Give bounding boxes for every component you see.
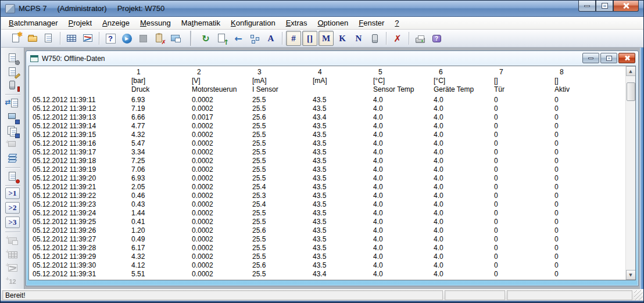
table-row[interactable]: 05.12.2012 11:39:173.340.000225.543.54.0… <box>31 148 625 157</box>
delete-button[interactable]: ✗ <box>390 31 405 46</box>
step-3-button[interactable]: >3 <box>5 217 20 228</box>
report-config-button[interactable] <box>5 51 20 65</box>
stop-measurement-button[interactable] <box>135 31 151 46</box>
open-project-button[interactable] <box>25 31 40 46</box>
font-button[interactable]: A <box>263 31 278 46</box>
value-cell: 0 <box>494 244 554 252</box>
add-table-button[interactable]: + <box>5 248 20 262</box>
table-row[interactable]: 05.12.2012 11:39:187.250.000225.543.54.0… <box>31 157 625 165</box>
toggle-n[interactable]: N <box>351 31 366 46</box>
menu-item-fenster[interactable]: Fenster <box>353 17 389 28</box>
table-row[interactable]: 05.12.2012 11:39:220.460.000225.343.54.0… <box>31 192 625 200</box>
child-title-bar[interactable]: W750: Offline-Daten <box>26 51 638 66</box>
menu-item-batchmanager[interactable]: Batchmanager <box>3 17 63 28</box>
minimize-button[interactable] <box>578 1 596 12</box>
save-to-pc-button[interactable] <box>5 110 20 124</box>
table-row[interactable]: 05.12.2012 11:39:116.930.000225.543.54.0… <box>31 96 625 104</box>
layers-button[interactable] <box>5 152 20 165</box>
table-row[interactable]: 05.12.2012 11:39:136.660.001725.643.44.0… <box>31 113 625 122</box>
table-row[interactable]: 05.12.2012 11:39:230.430.000225.443.54.0… <box>31 200 625 209</box>
export-image-sidebar-button[interactable]: + <box>5 234 20 248</box>
table-row[interactable]: 05.12.2012 11:39:261.200.000225.643.54.0… <box>31 226 625 235</box>
clipboard-error-button[interactable]: ✗ <box>152 31 167 46</box>
scroll-up-button[interactable]: ▲ <box>626 66 636 76</box>
print-button[interactable] <box>413 31 428 46</box>
add-device-button[interactable]: + <box>5 138 20 152</box>
menu-item-optionen[interactable]: Optionen <box>312 17 353 28</box>
value-cell: 0 <box>494 209 554 218</box>
value-cell: 5.51 <box>131 270 192 279</box>
menu-item-anzeige[interactable]: Anzeige <box>97 17 135 28</box>
new-table-button[interactable] <box>64 31 79 46</box>
toggle-k[interactable]: K <box>335 31 350 46</box>
table-row[interactable]: 05.12.2012 11:39:212.050.000225.443.54.0… <box>31 183 625 192</box>
scrollbar-thumb[interactable] <box>627 82 635 101</box>
table-row[interactable]: 05.12.2012 11:39:144.770.000225.543.54.0… <box>31 122 625 131</box>
step-2-button[interactable]: >2 <box>5 202 20 214</box>
info-help-button[interactable]: ? <box>429 31 444 46</box>
table-row[interactable]: 05.12.2012 11:39:206.930.000225.543.54.0… <box>31 174 625 183</box>
child-close-button[interactable] <box>618 53 635 63</box>
goto-button[interactable]: ← <box>231 31 246 46</box>
edit-document-button[interactable] <box>5 65 20 79</box>
export-image-button[interactable] <box>168 31 183 46</box>
header-spacer <box>31 85 131 94</box>
value-cell: 43.5 <box>313 122 373 131</box>
scroll-down-icon: ▼ <box>629 273 632 277</box>
report-button[interactable] <box>41 31 56 46</box>
child-minimize-button[interactable] <box>582 53 599 63</box>
table-row[interactable]: 05.12.2012 11:39:294.320.000225.543.54.0… <box>31 252 625 261</box>
menu-item-konfiguration[interactable]: Konfiguration <box>226 17 281 28</box>
table-header-row-number: 12345678 <box>31 68 625 77</box>
import-data-button[interactable]: ↑ <box>214 31 230 46</box>
table-row[interactable]: 05.12.2012 11:39:304.120.000225.643.54.0… <box>31 261 625 270</box>
refresh-button[interactable]: ↻ <box>198 31 213 46</box>
value-cell: 0.0002 <box>192 244 252 252</box>
table-row[interactable]: 05.12.2012 11:39:241.440.000225.543.54.0… <box>31 209 625 218</box>
table-row[interactable]: 05.12.2012 11:39:154.320.000225.543.54.0… <box>31 131 625 139</box>
help-button[interactable]: ? <box>103 31 118 46</box>
add-numeric-button[interactable]: 12+ <box>5 275 20 289</box>
toggle-number[interactable]: # <box>286 31 301 46</box>
add-chart-button[interactable]: + <box>5 261 20 275</box>
table-row[interactable]: 05.12.2012 11:39:315.510.000225.543.44.0… <box>31 270 625 279</box>
transfer-list-button[interactable]: ⇄ <box>5 96 20 110</box>
device-button[interactable] <box>367 31 382 46</box>
menu-item-projekt[interactable]: Projekt <box>63 17 97 28</box>
resize-grip[interactable] <box>634 290 643 300</box>
table-row[interactable]: 05.12.2012 11:39:250.410.000225.543.54.0… <box>31 218 625 226</box>
value-cell: 0.0002 <box>192 270 252 279</box>
copy-save-button[interactable] <box>5 124 20 138</box>
close-button[interactable] <box>613 1 639 12</box>
restore-button[interactable] <box>596 1 613 12</box>
device-config-button[interactable] <box>5 79 20 93</box>
child-window-controls <box>582 53 635 63</box>
toggle-m[interactable]: M <box>319 31 334 46</box>
restore-icon <box>602 3 607 8</box>
step-1-button[interactable]: >1 <box>5 187 20 199</box>
table-row[interactable]: 05.12.2012 11:39:165.470.000225.543.54.0… <box>31 139 625 148</box>
menu-item-help[interactable]: ? <box>389 17 404 28</box>
value-cell: 2.05 <box>131 183 192 192</box>
toggle-unit[interactable]: [] <box>302 31 317 46</box>
new-file-button[interactable]: ✱ <box>9 31 24 46</box>
value-cell: 25.5 <box>252 165 313 174</box>
alarm-document-button[interactable] <box>5 169 20 183</box>
table-row[interactable]: 05.12.2012 11:39:197.060.000225.543.54.0… <box>31 165 625 174</box>
menu-item-extras[interactable]: Extras <box>281 17 313 28</box>
title-bar[interactable]: MCPS 7 (Administrator) Projekt: W750 <box>1 1 643 17</box>
table-row[interactable]: 05.12.2012 11:39:270.490.000225.543.54.0… <box>31 235 625 244</box>
new-chart-button[interactable] <box>80 31 95 46</box>
table-row[interactable]: 05.12.2012 11:39:286.170.000225.543.54.0… <box>31 244 625 252</box>
table-row[interactable]: 05.12.2012 11:39:127.190.000225.543.54.0… <box>31 104 625 113</box>
start-measurement-button[interactable]: ▶ <box>119 31 134 46</box>
offline-data-window[interactable]: W750: Offline-Daten 12345678[bar][V][mA]… <box>26 50 639 286</box>
value-cell: 4.0 <box>434 96 494 104</box>
value-cell: 43.5 <box>313 226 373 235</box>
menu-item-mathematik[interactable]: Mathematik <box>176 17 226 28</box>
vertical-scrollbar[interactable]: ▲ ▼ <box>625 66 635 280</box>
hierarchy-button[interactable] <box>247 31 262 46</box>
scroll-down-button[interactable]: ▼ <box>626 270 636 280</box>
child-restore-button[interactable] <box>600 53 617 63</box>
menu-item-messung[interactable]: Messung <box>135 17 176 28</box>
